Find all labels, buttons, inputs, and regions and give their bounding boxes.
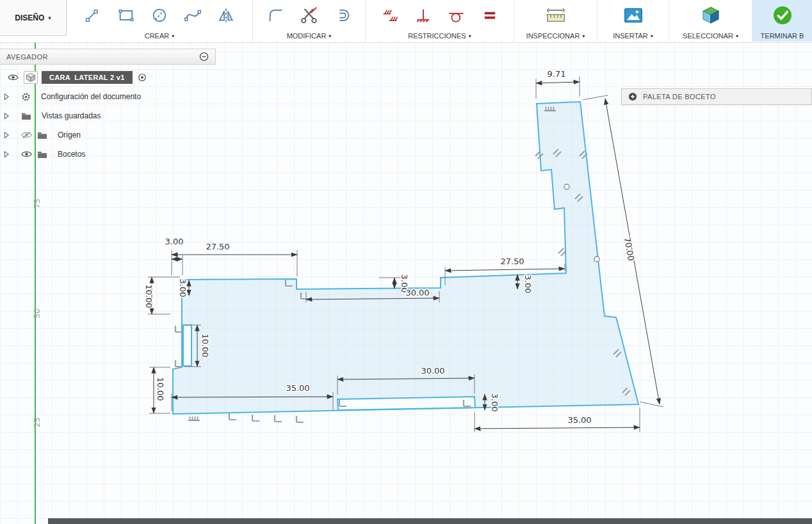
tool-group-terminar-boceto: TERMINAR B xyxy=(752,0,812,42)
sketch-point[interactable] xyxy=(564,184,569,189)
mirror-icon xyxy=(217,6,235,24)
dimension-3-00-left[interactable]: 3.00 xyxy=(178,279,189,298)
select-tool-button[interactable] xyxy=(697,3,725,28)
horizontal-vertical-constraint-button[interactable] xyxy=(376,3,404,28)
chevron-down-icon: ▾ xyxy=(469,33,471,39)
check-circle-icon xyxy=(772,5,793,26)
inspeccionar-menu-button[interactable]: INSPECCIONAR ▾ xyxy=(514,30,597,42)
sketch-slot-left[interactable] xyxy=(183,325,191,366)
plus-icon[interactable] xyxy=(628,92,637,101)
tree-item-label: Origen xyxy=(53,129,86,141)
line-tool-button[interactable] xyxy=(79,3,107,28)
circle-icon xyxy=(150,6,168,24)
tool-group-restricciones: RESTRICCIONES ▾ xyxy=(366,0,514,42)
tool-group-insertar: INSERTAR ▾ xyxy=(597,0,669,42)
rectangle-tool-button[interactable] xyxy=(112,3,140,28)
eye-off-icon[interactable] xyxy=(21,131,32,139)
tree-item-label: Vistas guardadas xyxy=(37,110,106,122)
fillet-tool-button[interactable] xyxy=(262,3,290,28)
sketch-point[interactable] xyxy=(594,257,599,262)
tree-item-saved-views[interactable]: Vistas guardadas xyxy=(0,109,216,123)
restricciones-menu-label: RESTRICCIONES xyxy=(408,32,466,40)
equal-constraint-button[interactable] xyxy=(476,3,504,28)
navegador-header[interactable]: AVEGADOR xyxy=(0,49,216,65)
tree-item-origin[interactable]: Origen xyxy=(0,128,216,142)
spline-tool-button[interactable] xyxy=(179,3,207,28)
seleccionar-menu-button[interactable]: SELECCIONAR ▾ xyxy=(669,30,752,42)
toolbar: DISEÑO ▾ CREAR ▾ xyxy=(0,0,812,43)
offset-icon xyxy=(334,6,352,24)
sketch-slot-bottom[interactable] xyxy=(337,397,475,410)
cube-icon xyxy=(26,72,36,83)
spline-icon xyxy=(184,6,202,24)
collapse-icon[interactable] xyxy=(199,52,209,61)
perpendicular-constraint-button[interactable] xyxy=(409,3,437,28)
tangent-constraint-button[interactable] xyxy=(443,3,471,28)
measure-tool-button[interactable] xyxy=(542,3,570,28)
chevron-right-icon[interactable] xyxy=(4,93,10,100)
folder-icon xyxy=(21,112,31,120)
tree-item-document-settings[interactable]: Configuración del documento xyxy=(0,90,216,104)
svg-text:70.00: 70.00 xyxy=(622,237,636,262)
workspace-selector[interactable]: DISEÑO ▾ xyxy=(0,0,67,36)
paleta-title: PALETA DE BOCETO xyxy=(643,93,716,100)
select-cube-icon xyxy=(701,5,721,26)
equal-icon xyxy=(481,6,499,24)
dimension-3-00-top-left[interactable]: 3.00 xyxy=(165,237,184,275)
target-icon[interactable] xyxy=(138,73,147,82)
svg-text:30.00: 30.00 xyxy=(421,366,444,376)
insertar-menu-button[interactable]: INSERTAR ▾ xyxy=(597,30,669,42)
tool-group-inspeccionar: INSPECCIONAR ▾ xyxy=(514,0,597,42)
tree-item-label: Configuración del documento xyxy=(36,91,146,102)
folder-icon xyxy=(37,150,47,159)
chevron-right-icon[interactable] xyxy=(4,113,10,120)
trim-tool-button[interactable] xyxy=(295,3,323,28)
restricciones-menu-button[interactable]: RESTRICCIONES ▾ xyxy=(366,30,514,42)
tool-group-modificar: MODIFICAR ▾ xyxy=(253,0,366,42)
dimension-10-00-left-upper[interactable]: 10.00 xyxy=(144,277,180,314)
grid-label-75: 75 xyxy=(33,198,42,208)
sketch-profile[interactable] xyxy=(173,102,638,414)
seleccionar-menu-label: SELECCIONAR xyxy=(683,32,733,40)
svg-text:9.71: 9.71 xyxy=(548,69,566,79)
svg-text:30.00: 30.00 xyxy=(405,288,429,298)
workspace-label: DISEÑO xyxy=(15,13,44,22)
mirror-tool-button[interactable] xyxy=(212,3,240,28)
document-title[interactable]: CARA LATERAL 2 v1 xyxy=(42,71,133,84)
chevron-down-icon: ▾ xyxy=(48,15,51,21)
x-axis-bar xyxy=(48,518,812,524)
navegador-title: AVEGADOR xyxy=(6,53,48,61)
dimension-27-50-left[interactable]: 27.50 xyxy=(172,242,297,276)
eye-icon[interactable] xyxy=(8,74,19,81)
terminar-boceto-label[interactable]: TERMINAR B xyxy=(752,30,812,42)
offset-tool-button[interactable] xyxy=(329,3,357,28)
tangent-icon xyxy=(448,6,466,24)
tree-item-root[interactable]: CARA LATERAL 2 v1 xyxy=(0,70,216,84)
svg-text:10.00: 10.00 xyxy=(144,284,154,308)
navegador-panel: AVEGADOR CARA LATERAL 2 v1 Configuración… xyxy=(0,49,216,166)
tool-group-seleccionar: SELECCIONAR ▾ xyxy=(669,0,752,42)
paleta-de-boceto-panel[interactable]: PALETA DE BOCETO xyxy=(621,88,812,105)
scissors-icon xyxy=(300,6,319,25)
rectangle-icon xyxy=(117,6,135,24)
dimension-9-71[interactable]: 9.71 xyxy=(536,69,580,99)
modificar-menu-label: MODIFICAR xyxy=(287,32,327,40)
finish-sketch-button[interactable] xyxy=(768,3,797,28)
perpendicular-icon xyxy=(414,6,432,24)
svg-text:35.00: 35.00 xyxy=(567,415,591,425)
tree-item-sketches[interactable]: Bocetos xyxy=(0,147,216,161)
insert-image-button[interactable] xyxy=(619,3,647,28)
svg-text:10.00: 10.00 xyxy=(156,377,165,401)
insertar-menu-label: INSERTAR xyxy=(613,32,648,40)
tree-item-label: Bocetos xyxy=(53,148,90,160)
eye-icon[interactable] xyxy=(21,150,32,158)
dimension-10-00-left-lower[interactable]: 10.00 xyxy=(149,367,170,413)
chevron-right-icon[interactable] xyxy=(4,132,10,139)
circle-tool-button[interactable] xyxy=(145,3,174,28)
crear-menu-button[interactable]: CREAR ▾ xyxy=(67,30,252,42)
modificar-menu-button[interactable]: MODIFICAR ▾ xyxy=(253,30,365,42)
grid-label-25: 25 xyxy=(33,417,42,427)
svg-text:3.00: 3.00 xyxy=(178,279,188,298)
svg-text:35.00: 35.00 xyxy=(286,383,309,393)
chevron-right-icon[interactable] xyxy=(4,151,10,158)
